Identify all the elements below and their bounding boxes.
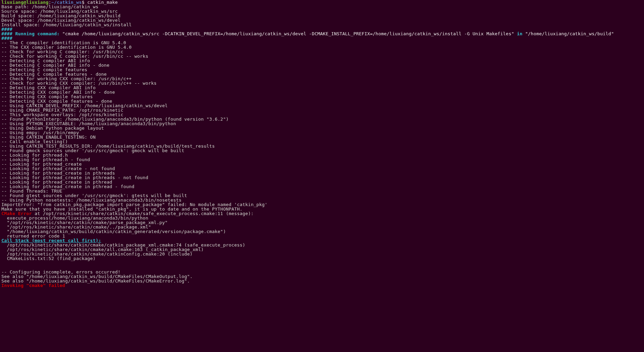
terminal-output[interactable]: liuxiang@liuxiang:~/catkin_ws$ catkin_ma…	[0, 0, 644, 288]
install-space-line: Install space: /home/liuxiang/catkin_ws/…	[1, 22, 132, 27]
invoking-prefix: Invoking	[1, 283, 26, 288]
invoking-cmd: "cmake"	[26, 283, 46, 288]
invoking-suffix: failed	[46, 283, 65, 288]
running-command-builddir: "/home/liuxiang/catkin_ws/build"	[525, 31, 614, 36]
call-stack-line: CMakeLists.txt:52 (find_package)	[1, 256, 96, 261]
running-command-cmd: "cmake /home/liuxiang/catkin_ws/src -DCA…	[63, 31, 514, 36]
running-command-in: in	[514, 31, 525, 36]
